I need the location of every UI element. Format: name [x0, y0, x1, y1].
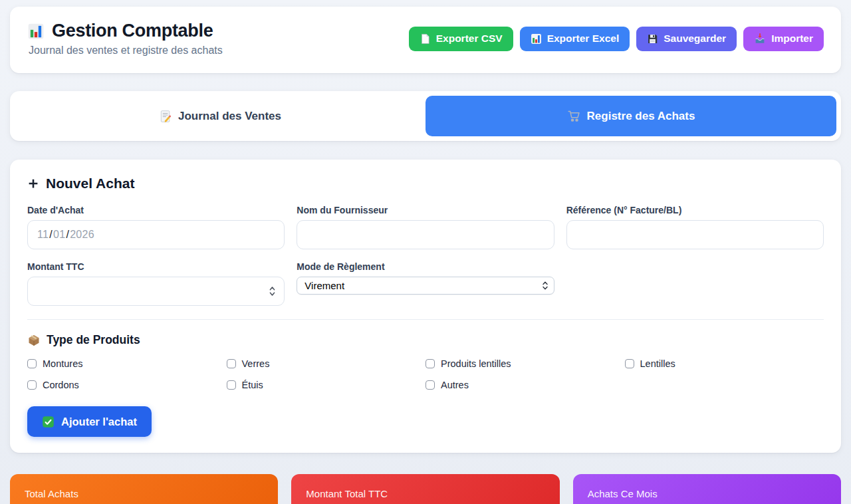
stat-label: Achats Ce Mois — [588, 488, 826, 499]
amount-label: Montant TTC — [27, 261, 285, 272]
supplier-label: Nom du Fournisseur — [297, 205, 554, 215]
amount-field-group: Montant TTC — [27, 261, 285, 306]
checkbox-box[interactable] — [426, 359, 435, 368]
select-stepper-icon — [542, 281, 548, 291]
empty-cell — [566, 261, 824, 306]
tab-journal-ventes[interactable]: Journal des Ventes — [15, 96, 426, 136]
stats-row: Total Achats Montant Total TTC Achats Ce… — [10, 474, 841, 504]
supplier-field-group: Nom du Fournisseur — [297, 205, 554, 249]
checkbox-produits-lentilles[interactable]: Produits lentilles — [426, 358, 625, 369]
checkbox-box[interactable] — [27, 359, 37, 368]
add-purchase-label: Ajouter l'achat — [61, 416, 137, 428]
supplier-input[interactable] — [297, 220, 554, 249]
date-value: 11/01/2026 — [37, 229, 94, 241]
form-title: Nouvel Achat — [46, 176, 134, 191]
cart-icon — [567, 109, 581, 123]
checkbox-lentilles[interactable]: Lentilles — [625, 358, 824, 369]
page: Gestion Comptable Journal des ventes et … — [0, 0, 851, 504]
export-csv-label: Exporter CSV — [436, 33, 503, 45]
checkbox-etuis[interactable]: Étuis — [227, 380, 426, 390]
save-label: Sauvegarder — [664, 33, 726, 45]
tab-registre-achats-label: Registre des Achats — [587, 110, 695, 123]
checkbox-cordons[interactable]: Cordons — [27, 380, 227, 390]
tab-journal-ventes-label: Journal des Ventes — [178, 110, 281, 123]
tab-registre-achats[interactable]: Registre des Achats — [426, 96, 836, 136]
checkbox-label: Lentilles — [640, 358, 675, 369]
payment-select[interactable]: Virement — [297, 277, 554, 295]
date-input[interactable]: 11/01/2026 — [27, 220, 285, 249]
product-types-section: Type de Produits Montures Verres Produit… — [27, 319, 824, 390]
stat-card-total-achats: Total Achats — [10, 474, 278, 504]
checkbox-box[interactable] — [426, 380, 435, 390]
header-titles: Gestion Comptable Journal des ventes et … — [27, 21, 223, 57]
amount-input[interactable] — [27, 277, 285, 306]
new-purchase-form: Nouvel Achat Date d'Achat 11/01/2026 Nom… — [10, 160, 841, 453]
import-label: Importer — [771, 33, 813, 45]
date-label: Date d'Achat — [27, 205, 285, 215]
checkbox-verres[interactable]: Verres — [227, 358, 426, 369]
export-csv-button[interactable]: Exporter CSV — [409, 27, 513, 51]
payment-field-group: Mode de Règlement Virement — [297, 261, 554, 306]
reference-input[interactable] — [566, 220, 824, 249]
payment-select-value: Virement — [304, 280, 344, 291]
checkbox-box[interactable] — [27, 380, 37, 390]
reference-field-group: Référence (N° Facture/BL) — [566, 205, 824, 249]
product-types-title: Type de Produits — [47, 333, 140, 347]
checkbox-label: Verres — [242, 358, 270, 369]
save-button[interactable]: Sauvegarder — [636, 27, 737, 51]
document-icon — [420, 33, 431, 45]
stat-card-achats-ce-mois: Achats Ce Mois — [573, 474, 841, 504]
checkbox-box[interactable] — [227, 359, 236, 368]
check-icon — [42, 416, 55, 428]
reference-label: Référence (N° Facture/BL) — [566, 205, 824, 215]
export-excel-label: Exporter Excel — [547, 33, 620, 45]
tab-bar: Journal des Ventes Registre des Achats — [10, 91, 841, 141]
page-subtitle: Journal des ventes et registre des achat… — [29, 45, 223, 57]
floppy-icon — [647, 33, 658, 45]
checkbox-label: Étuis — [242, 380, 263, 390]
checkbox-label: Montures — [43, 358, 82, 369]
header: Gestion Comptable Journal des ventes et … — [10, 7, 841, 73]
inbox-icon — [754, 33, 766, 45]
stat-label: Montant Total TTC — [306, 488, 545, 499]
checkbox-montures[interactable]: Montures — [27, 358, 227, 369]
export-excel-button[interactable]: Exporter Excel — [520, 27, 630, 51]
checkbox-box[interactable] — [227, 380, 236, 390]
payment-label: Mode de Règlement — [297, 261, 554, 272]
stat-label: Total Achats — [25, 488, 263, 499]
stat-card-montant-total-ttc: Montant Total TTC — [291, 474, 559, 504]
add-purchase-button[interactable]: Ajouter l'achat — [27, 406, 152, 437]
date-field-group: Date d'Achat 11/01/2026 — [27, 205, 285, 249]
package-icon — [27, 334, 41, 347]
product-checkbox-grid: Montures Verres Produits lentilles Lenti… — [27, 358, 824, 390]
memo-icon — [159, 110, 172, 123]
checkbox-autres[interactable]: Autres — [426, 380, 625, 390]
number-stepper-icon[interactable] — [269, 286, 276, 297]
page-title: Gestion Comptable — [52, 21, 213, 41]
checkbox-box[interactable] — [625, 359, 634, 368]
checkbox-label: Produits lentilles — [441, 358, 511, 369]
import-button[interactable]: Importer — [743, 27, 824, 51]
bar-chart-icon — [531, 33, 542, 45]
checkbox-label: Autres — [441, 380, 469, 390]
header-actions: Exporter CSV Exporter Excel — [409, 27, 824, 51]
bar-chart-icon — [27, 23, 45, 40]
plus-icon — [27, 178, 39, 189]
checkbox-label: Cordons — [43, 380, 79, 390]
